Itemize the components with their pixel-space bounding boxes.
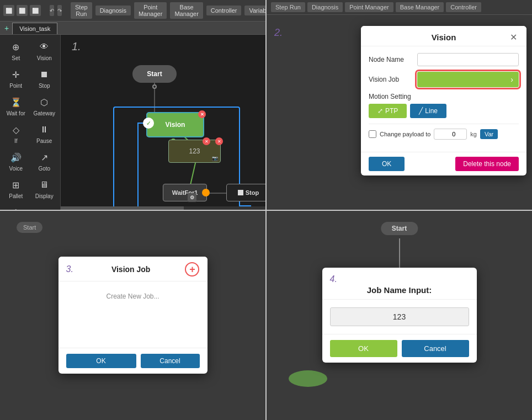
vj-add-button[interactable]: + [185, 262, 199, 277]
sidebar-item-display[interactable]: 🖥 Display [31, 175, 58, 201]
tab-vision-task[interactable]: Vision_task [12, 23, 57, 34]
vj-title: Vision Job [111, 265, 151, 274]
sidebar-item-point[interactable]: ✛ Point [2, 65, 30, 91]
node-123[interactable]: 123 ✕ ✕ 📷 [168, 140, 221, 163]
jni-title: Job Name Input: [330, 285, 469, 295]
vj-body: Create New Job... [58, 281, 208, 348]
sidebar: ⊕ Set 👁 Vision ✛ Point ⏹ Stop ⏳ Wait for… [0, 35, 61, 210]
voice-icon: 🔊 [8, 150, 24, 165]
var-button[interactable]: Var [480, 129, 498, 139]
node-name-label: Node Name [369, 56, 413, 63]
q4-bg-vision-node [289, 370, 327, 387]
q2-topbar: Step Run Diagnosis Point Manager Base Ma… [267, 0, 532, 15]
stop-square-icon [238, 190, 243, 195]
vision-job-select-button[interactable]: › [417, 72, 519, 87]
q4-bg-connector-line [399, 238, 400, 272]
node-123-close2-btn[interactable]: ✕ [215, 137, 223, 145]
sidebar-item-vision[interactable]: 👁 Vision [31, 37, 58, 63]
sidebar-label-if: If [14, 138, 18, 144]
change-payload-checkbox[interactable] [369, 130, 376, 138]
ptp-button[interactable]: ⤢ PTP [369, 104, 407, 118]
node-name-row: Node Name [369, 53, 519, 66]
vision-job-modal: 3. Vision Job + Create New Job... OK Can… [58, 257, 208, 374]
vision-node-close-btn[interactable]: ✕ [198, 110, 206, 118]
sidebar-item-set[interactable]: ⊕ Set [2, 37, 30, 63]
scrollbar-thumb[interactable] [61, 206, 184, 210]
node-start[interactable]: Start [132, 65, 177, 83]
modal-ok-button[interactable]: OK [369, 157, 405, 171]
sidebar-label-pallet: Pallet [9, 193, 23, 199]
sidebar-item-move[interactable]: ✛ Move [2, 203, 30, 210]
jni-header: 4. Job Name Input: [322, 268, 477, 300]
sidebar-item-pallet[interactable]: ⊞ Pallet [2, 175, 30, 201]
step-run-button[interactable]: Step Run [71, 2, 92, 19]
sidebar-label-waitfor: Wait for [7, 110, 25, 116]
step-number-1: 1. [72, 40, 81, 53]
modal-close-button[interactable]: ✕ [508, 31, 519, 42]
node-123-close1-btn[interactable]: ✕ [203, 137, 210, 145]
sidebar-label-set: Set [12, 55, 20, 61]
camera-icon: 📷 [212, 156, 218, 161]
canvas-scrollbar[interactable] [61, 206, 265, 210]
node-waitfor1[interactable]: WaitFor1 ⚙ [163, 184, 207, 201]
set-icon: ⊕ [8, 39, 24, 55]
q2-step-run-button[interactable]: Step Run [271, 2, 305, 12]
vj-ok-button[interactable]: OK [66, 354, 136, 368]
q2-base-manager-button[interactable]: Base Manager [396, 2, 444, 12]
circle-icon: ○ [36, 205, 52, 210]
vision-settings-modal: Vision ✕ Node Name Vision Job › Motion S… [361, 26, 526, 176]
pause-icon: ⏸ [36, 122, 52, 137]
motion-buttons: ⤢ PTP ╱ Line [369, 104, 519, 118]
node-name-input[interactable] [417, 53, 519, 66]
modal-header: Vision ✕ [361, 26, 526, 46]
payload-input[interactable] [434, 129, 467, 140]
ptp-icon: ⤢ [377, 107, 383, 115]
sidebar-item-circle[interactable]: ○ Circle [31, 203, 58, 210]
vj-step-number: 3. [66, 264, 73, 274]
diagnosis-button[interactable]: Diagnosis [95, 6, 131, 15]
jni-cancel-button[interactable]: Cancel [402, 340, 469, 357]
line-button[interactable]: ╱ Line [410, 104, 446, 118]
point-manager-button[interactable]: Point Manager [134, 2, 167, 19]
variables-button[interactable]: Variables [244, 6, 265, 15]
display-icon: 🖥 [36, 177, 52, 193]
sidebar-item-stop[interactable]: ⏹ Stop [31, 65, 58, 91]
q2-point-manager-button[interactable]: Point Manager [345, 2, 393, 12]
quadrant-1: ⬜ ⬜ ⬜ ↶ ↷ Step Run Diagnosis Point Manag… [0, 0, 265, 210]
orange-indicator [202, 189, 210, 196]
tab-add-icon[interactable]: + [4, 24, 9, 33]
connector-dot-start [152, 84, 157, 89]
redo-icon[interactable]: ↷ [57, 5, 62, 16]
sidebar-item-pause[interactable]: ⏸ Pause [31, 120, 58, 146]
jni-footer: OK Cancel [322, 334, 477, 363]
vj-cancel-button[interactable]: Cancel [141, 354, 200, 368]
base-manager-button[interactable]: Base Manager [170, 2, 203, 19]
node-vision[interactable]: ✓ Vision ✕ [146, 112, 204, 137]
vj-header: 3. Vision Job + [58, 257, 208, 281]
sidebar-label-pause: Pause [36, 138, 52, 144]
sidebar-item-gateway[interactable]: ⬡ Gateway [31, 92, 58, 119]
node-stop[interactable]: Stop [226, 184, 265, 201]
q2-diagnosis-button[interactable]: Diagnosis [307, 2, 343, 12]
q4-bg-start-node: Start [381, 222, 418, 235]
vj-create-new-link[interactable]: Create New Job... [66, 293, 200, 300]
modal-title: Vision [380, 33, 508, 42]
job-name-input[interactable] [330, 307, 469, 326]
line-icon: ╱ [419, 107, 423, 115]
canvas-area[interactable]: 1. Start [61, 35, 265, 210]
sidebar-item-goto[interactable]: ↗ Goto [31, 147, 58, 174]
motion-setting-label: Motion Setting [369, 93, 519, 100]
jni-ok-button[interactable]: OK [330, 340, 397, 357]
sidebar-item-if[interactable]: ◇ If [2, 120, 30, 146]
controller-button[interactable]: Controller [206, 6, 242, 15]
sidebar-label-vision: Vision [37, 55, 52, 61]
undo-icon[interactable]: ↶ [50, 5, 54, 16]
waitfor-settings-icon: ⚙ [188, 193, 196, 202]
pallet-icon: ⊞ [8, 177, 24, 193]
q2-controller-button[interactable]: Controller [446, 2, 481, 12]
sidebar-item-waitfor[interactable]: ⏳ Wait for [2, 92, 30, 119]
vision-icon: 👁 [36, 39, 52, 55]
delete-node-button[interactable]: Delete this node [455, 157, 519, 171]
sidebar-label-point: Point [9, 83, 22, 89]
sidebar-item-voice[interactable]: 🔊 Voice [2, 147, 30, 174]
